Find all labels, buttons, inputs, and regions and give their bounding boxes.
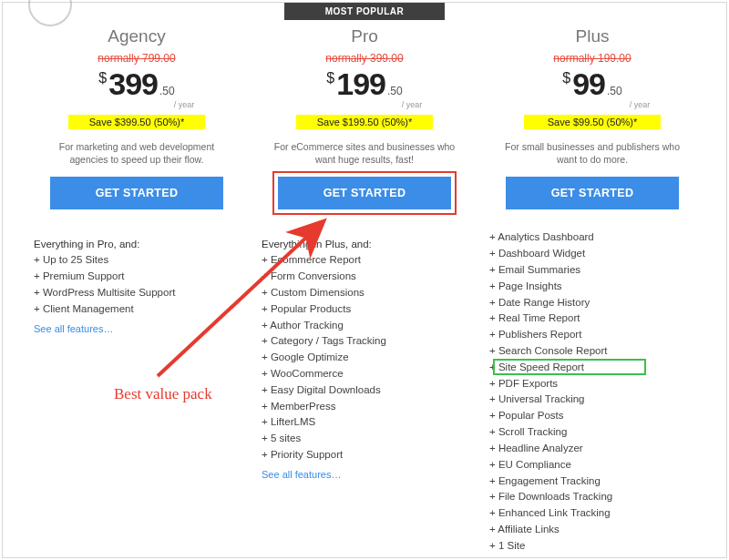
amount: 199 xyxy=(336,66,385,101)
feature-item: 5 sites xyxy=(262,431,467,447)
annotation-text: Best value pack xyxy=(114,385,212,403)
feature-item: Scroll Tracking xyxy=(489,424,695,441)
feature-item: Email Summaries xyxy=(489,262,695,279)
plan-name: Agency xyxy=(34,26,240,46)
plan-plus: Plus normally 199.00 $99.50 / year Save … xyxy=(478,3,706,552)
feature-item: Priority Support xyxy=(262,447,467,463)
feature-item: Analytics Dashboard xyxy=(489,229,695,246)
amount: 399 xyxy=(108,66,158,101)
feature-item: Universal Tracking xyxy=(489,392,695,408)
feature-item: Page Insights xyxy=(489,279,695,295)
feature-item: Date Range History xyxy=(489,295,695,311)
feature-item: Form Conversions xyxy=(262,269,467,285)
feature-item: 1 Site xyxy=(489,538,695,555)
feature-item: Up to 25 Sites xyxy=(34,252,240,269)
feature-item: Custom Dimensions xyxy=(262,285,467,301)
plan-desc: For eCommerce sites and businesses who w… xyxy=(273,140,456,166)
plan-normal-price: normally 799.00 xyxy=(34,52,240,65)
cents: .50 xyxy=(159,85,175,97)
save-badge: Save $199.50 (50%)* xyxy=(296,115,433,129)
feature-item: Premium Support xyxy=(34,269,240,285)
see-all-link[interactable]: See all features… xyxy=(34,323,113,334)
feature-item: Headline Analyzer xyxy=(489,441,695,457)
feature-item: Dashboard Widget xyxy=(489,246,695,262)
currency: $ xyxy=(562,70,570,86)
feature-item: Site Speed Report xyxy=(489,360,695,376)
feature-item: Category / Tags Tracking xyxy=(262,333,467,350)
feature-item: Easy Digital Downloads xyxy=(262,382,467,399)
features-lead: Everything in Pro, and: xyxy=(34,239,240,249)
feature-list: Ecommerce ReportForm ConversionsCustom D… xyxy=(262,252,467,463)
save-badge: Save $399.50 (50%)* xyxy=(68,115,205,129)
feature-item: Real Time Report xyxy=(489,311,695,327)
see-all-link[interactable]: See all features… xyxy=(262,469,341,480)
feature-item: Google Optimize xyxy=(262,350,467,366)
pricing-columns: Agency normally 799.00 $399.50 / year Sa… xyxy=(3,3,726,557)
feature-item: MemberPress xyxy=(262,399,467,415)
feature-item: WordPress Multisite Support xyxy=(34,285,240,301)
plan-price: $99.50 xyxy=(489,66,695,102)
feature-item: Enhanced Link Tracking xyxy=(489,505,695,522)
plan-desc: For small businesses and publishers who … xyxy=(501,140,683,166)
plan-name: Pro xyxy=(262,26,467,46)
feature-item: LifterLMS xyxy=(262,414,467,431)
feature-item: Search Console Report xyxy=(489,343,695,360)
feature-item: Engagement Tracking xyxy=(489,473,695,490)
currency: $ xyxy=(98,70,107,86)
save-badge: Save $99.50 (50%)* xyxy=(524,115,661,129)
feature-item: Affiliate Links xyxy=(489,522,695,538)
plan-name: Plus xyxy=(489,26,695,46)
cents: .50 xyxy=(607,85,622,97)
plan-normal-price: normally 399.00 xyxy=(262,52,467,65)
plan-normal-price: normally 199.00 xyxy=(489,52,695,65)
feature-list: Up to 25 SitesPremium SupportWordPress M… xyxy=(34,252,240,317)
plan-price: $399.50 xyxy=(34,66,240,102)
plan-agency: Agency normally 799.00 $399.50 / year Sa… xyxy=(23,3,251,552)
feature-item: Client Management xyxy=(34,301,240,318)
plan-price: $199.50 xyxy=(262,66,467,102)
feature-item: File Downloads Tracking xyxy=(489,489,695,505)
amount: 99 xyxy=(572,66,605,101)
most-popular-badge: MOST POPULAR xyxy=(284,3,445,20)
feature-item: Popular Posts xyxy=(489,408,695,424)
get-started-button[interactable]: GET STARTED xyxy=(506,177,679,209)
feature-item: Popular Products xyxy=(262,301,467,318)
get-started-button[interactable]: GET STARTED xyxy=(50,177,223,209)
feature-item: Author Tracking xyxy=(262,318,467,334)
cta-wrap: GET STARTED xyxy=(278,177,451,209)
feature-item: PDF Exports xyxy=(489,376,695,392)
feature-item: Publishers Report xyxy=(489,327,695,343)
currency: $ xyxy=(326,70,334,86)
feature-item: EU Compliance xyxy=(489,457,695,473)
feature-list: Analytics DashboardDashboard WidgetEmail… xyxy=(489,229,695,554)
get-started-button[interactable]: GET STARTED xyxy=(278,177,451,209)
features-lead: Everything in Plus, and: xyxy=(262,239,467,249)
cents: .50 xyxy=(387,85,403,97)
plan-desc: For marketing and web development agenci… xyxy=(46,140,228,166)
feature-item: WooCommerce xyxy=(262,366,467,382)
pricing-panel: Agency normally 799.00 $399.50 / year Sa… xyxy=(2,2,727,558)
feature-item: Ecommerce Report xyxy=(262,252,467,269)
cta-wrap: GET STARTED xyxy=(506,177,679,209)
cta-wrap: GET STARTED xyxy=(50,177,223,209)
plan-pro: MOST POPULAR Pro normally 399.00 $199.50… xyxy=(251,3,478,552)
